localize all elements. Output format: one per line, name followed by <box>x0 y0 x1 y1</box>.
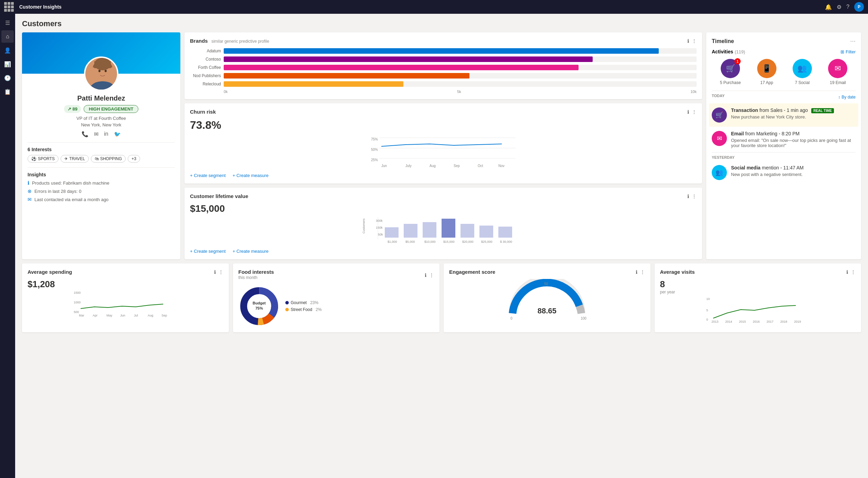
sidebar-item-home[interactable]: ⌂ <box>1 30 14 43</box>
engagement-gauge: 88.65 0 50 100 <box>449 279 645 320</box>
clv-info-icon[interactable]: ℹ <box>687 194 689 199</box>
app-grid-icon[interactable] <box>4 2 14 12</box>
svg-rect-32 <box>479 226 493 238</box>
transaction-dot: 🛒 <box>712 107 727 123</box>
brand-bar-row: Relecloud <box>190 81 697 87</box>
clv-create-segment[interactable]: + Create segment <box>190 249 226 254</box>
sidebar-item-menu[interactable]: ☰ <box>1 17 14 29</box>
timeline-title: Timeline <box>712 38 734 44</box>
today-label: TODAY <box>712 94 724 98</box>
help-icon[interactable]: ? <box>846 4 849 10</box>
brands-more-icon[interactable]: ⋮ <box>692 38 697 44</box>
churn-info-icon[interactable]: ℹ <box>687 109 689 115</box>
svg-text:150k: 150k <box>376 226 383 229</box>
notification-icon[interactable]: 🔔 <box>825 4 832 10</box>
svg-text:75%: 75% <box>255 306 263 310</box>
twitter-icon[interactable]: 🐦 <box>114 131 121 137</box>
email-label: 19 Email <box>830 80 846 85</box>
churn-more-icon[interactable]: ⋮ <box>692 109 697 115</box>
filter-icon: ⊞ <box>840 49 844 54</box>
social-content: Social media mention - 11:47 AM New post… <box>731 165 856 180</box>
email-icon[interactable]: ✉ <box>94 131 98 137</box>
profile-card: Patti Melendez ↗ 89 HIGH ENGAGEMENT VP o… <box>22 32 180 259</box>
purchase-badge: 1 <box>734 58 741 64</box>
yesterday-label: YESTERDAY <box>712 153 856 161</box>
food-info-icon[interactable]: ℹ <box>425 272 426 278</box>
visits-chart: 10 5 0 2013 2014 2015 2016 2017 2018 201… <box>660 296 856 323</box>
churn-create-segment[interactable]: + Create segment <box>190 173 226 178</box>
brands-info-icon[interactable]: ℹ <box>687 38 689 44</box>
sidebar-item-analytics[interactable]: 📊 <box>1 58 14 70</box>
activity-email[interactable]: ✉ 19 Email <box>828 59 847 85</box>
sidebar-item-people[interactable]: 👤 <box>1 44 14 56</box>
clv-create-measure[interactable]: + Create measure <box>233 249 268 254</box>
purchase-label: 5 Purchase <box>720 80 741 85</box>
food-more-icon[interactable]: ⋮ <box>429 272 434 278</box>
middle-column: Brands similar generic predictive profil… <box>184 32 702 259</box>
profile-score-badge: ↗ 89 <box>64 105 81 113</box>
spending-info-icon[interactable]: ℹ <box>214 269 216 275</box>
profile-title: VP of IT at Fourth Coffee <box>28 116 175 121</box>
svg-rect-33 <box>498 227 512 238</box>
timeline-card: Timeline ⋯ Activities (119) ⊞ Filter <box>706 32 861 259</box>
visits-info-icon[interactable]: ℹ <box>846 269 848 275</box>
linkedin-icon[interactable]: in <box>104 131 108 137</box>
spending-chart: 1500 1000 500 Mar Apr May Jun Jul Aug Se… <box>28 290 223 317</box>
churn-value: 73.8% <box>190 119 697 132</box>
svg-rect-27 <box>385 227 399 238</box>
svg-text:50: 50 <box>544 282 548 286</box>
svg-text:$10,000: $10,000 <box>424 240 436 243</box>
svg-text:88.65: 88.65 <box>538 306 557 315</box>
settings-icon[interactable]: ⚙ <box>837 4 841 10</box>
svg-text:100: 100 <box>581 316 586 320</box>
filter-button[interactable]: ⊞ Filter <box>840 49 856 54</box>
clv-value: $15,000 <box>190 203 697 214</box>
social-act-icon: 👥 <box>797 64 807 73</box>
timeline-event-social: 👥 Social media mention - 11:47 AM New po… <box>712 161 856 184</box>
clv-card: Customer lifetime value ℹ ⋮ $15,000 Cust… <box>184 188 702 259</box>
phone-icon[interactable]: 📞 <box>82 131 88 137</box>
svg-text:25%: 25% <box>371 158 378 162</box>
user-avatar[interactable]: P <box>854 2 864 12</box>
svg-text:Budget: Budget <box>253 301 266 305</box>
svg-text:$25,000: $25,000 <box>481 240 493 243</box>
timeline-more-icon[interactable]: ⋯ <box>850 38 856 44</box>
email-event-source: from Marketing - 8:20 PM <box>745 131 800 136</box>
activity-app[interactable]: 📱 17 App <box>757 59 776 85</box>
avg-spending-value: $1,208 <box>28 279 223 290</box>
engagement-more-icon[interactable]: ⋮ <box>640 269 645 275</box>
spending-more-icon[interactable]: ⋮ <box>219 269 223 275</box>
activity-purchase[interactable]: 🛒 1 5 Purchase <box>720 59 741 85</box>
visits-more-icon[interactable]: ⋮ <box>851 269 856 275</box>
clv-title: Customer lifetime value <box>190 193 248 199</box>
profile-banner <box>22 32 180 74</box>
food-legend: Gourmet 23% Street Food 2% <box>285 300 322 312</box>
profile-social: 📞 ✉ in 🐦 <box>28 131 175 137</box>
activities-count: (119) <box>735 49 745 54</box>
svg-text:0: 0 <box>510 316 512 320</box>
interest-more[interactable]: +3 <box>128 155 140 163</box>
svg-text:$5,000: $5,000 <box>405 240 415 243</box>
engagement-info-icon[interactable]: ℹ <box>636 269 637 275</box>
clv-more-icon[interactable]: ⋮ <box>692 194 697 199</box>
brand-bar-row: Contoso <box>190 56 697 62</box>
svg-text:0: 0 <box>706 318 708 321</box>
svg-text:$15,000: $15,000 <box>443 240 455 243</box>
engagement-score-card: Engagement score ℹ ⋮ 88.65 0 <box>444 263 650 332</box>
info-icon: ℹ <box>28 180 29 186</box>
interest-shopping: 🛍 SHOPPING <box>91 155 126 163</box>
sidebar-item-history[interactable]: 🕐 <box>1 72 14 84</box>
svg-text:1500: 1500 <box>74 291 81 294</box>
engagement-title: Engagement score <box>449 269 495 275</box>
churn-create-measure[interactable]: + Create measure <box>233 173 268 178</box>
svg-text:2013: 2013 <box>711 320 718 323</box>
real-time-badge: REAL TIME <box>811 108 834 113</box>
sidebar-item-reports[interactable]: 📋 <box>1 85 14 98</box>
churn-title: Churn risk <box>190 109 216 115</box>
activity-social[interactable]: 👥 7 Social <box>793 59 812 85</box>
sort-button[interactable]: ↕ By date <box>838 95 856 100</box>
svg-text:$ 30,000: $ 30,000 <box>500 240 512 243</box>
purchase-icon: 🛒 <box>726 64 735 73</box>
svg-text:5: 5 <box>706 309 708 312</box>
profile-avatar <box>84 56 118 91</box>
